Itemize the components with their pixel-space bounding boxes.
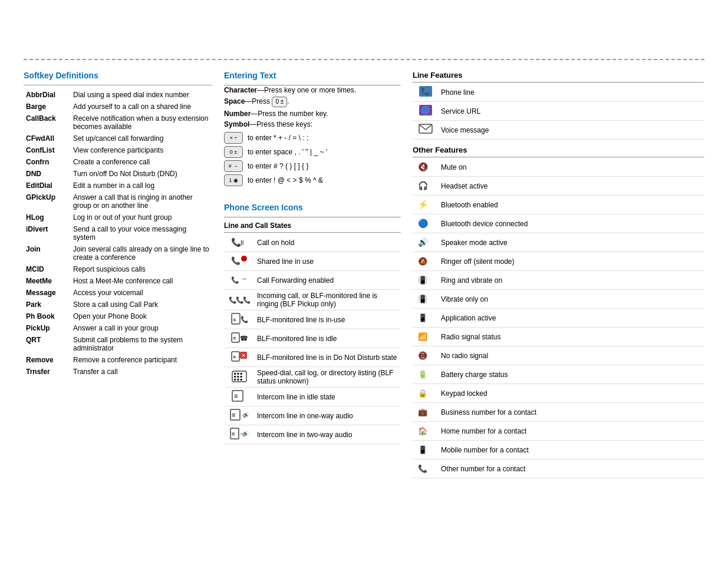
- softkey-desc: Edit a number in a call log: [71, 180, 212, 191]
- other-feature-desc: Keypad locked: [439, 384, 704, 403]
- svg-text:📶: 📶: [418, 332, 428, 342]
- softkey-key: AbbrDial: [24, 89, 71, 101]
- line-call-state-icon: 📞II: [224, 233, 255, 252]
- other-feature-icon: 📳: [413, 271, 439, 290]
- svg-text:📞: 📞: [241, 315, 248, 323]
- symbol-row: 0 ±to enter space , . ' " | _ ~ ': [224, 146, 401, 158]
- svg-text:🔊: 🔊: [243, 411, 249, 418]
- svg-text:📞: 📞: [231, 276, 239, 284]
- line-feature-icon: [413, 121, 439, 140]
- softkey-row: ConfListView conference participants: [24, 144, 212, 156]
- other-feature-icon: 🎧: [413, 177, 439, 196]
- svg-text:II: II: [241, 240, 244, 246]
- softkey-row: iDivertSend a call to your voice messagi…: [24, 223, 212, 243]
- symbol-key-badge: 0 ±: [224, 146, 243, 158]
- line-call-state-row: 📞Shared line in use: [224, 252, 401, 271]
- other-feature-icon: 💼: [413, 403, 439, 422]
- softkey-row: BargeAdd yourself to a call on a shared …: [24, 101, 212, 113]
- svg-text:≡: ≡: [234, 392, 238, 399]
- line-feature-desc: Service URL: [439, 102, 704, 121]
- svg-text:📱: 📱: [418, 313, 428, 323]
- softkey-desc: Answer a call in your group: [71, 322, 212, 334]
- softkey-divider: [24, 85, 212, 85]
- line-call-state-row: ≡Intercom line in idle state: [224, 388, 401, 406]
- softkey-key: Remove: [24, 354, 71, 366]
- softkey-desc: Join several calls already on a single l…: [71, 243, 212, 263]
- line-features-table: 📞Phone line🌐Service URLVoice message: [413, 83, 704, 140]
- other-feature-row: 📱Mobile number for a contact: [413, 441, 704, 459]
- symbol-label: Symbol: [224, 120, 249, 128]
- softkey-row: PickUpAnswer a call in your group: [24, 322, 212, 334]
- space-entry: Space—Press 0 ±.: [224, 97, 401, 107]
- other-feature-icon: 📳: [413, 290, 439, 309]
- softkey-row: CFwdAllSet up/cancel call forwarding: [24, 133, 212, 144]
- symbol-row: 1 ◉to enter ! @ < > $ % ^ &: [224, 174, 401, 186]
- line-call-state-icon: 📞📞📞: [224, 290, 255, 310]
- softkey-desc: Dial using a speed dial index number: [71, 89, 212, 101]
- symbol-chars: to enter space , . ' " | _ ~ ': [248, 148, 327, 156]
- other-feature-icon: 🔇: [413, 158, 439, 177]
- symbol-desc: Press these keys:: [256, 120, 312, 128]
- softkey-key: Message: [24, 287, 71, 299]
- number-entry: Number—Press the number key.: [224, 110, 401, 118]
- line-feature-icon: 📞: [413, 83, 439, 102]
- other-feature-row: 🔇Mute on: [413, 158, 704, 177]
- space-label: Space: [224, 97, 245, 105]
- other-feature-desc: Speaker mode active: [439, 233, 704, 252]
- line-call-state-icon: ≡: [224, 388, 255, 406]
- phone-icons-title: Phone Screen Icons: [224, 203, 401, 212]
- other-feature-row: 📶Radio signal status: [413, 328, 704, 346]
- svg-text:🔇: 🔇: [418, 162, 429, 172]
- softkey-key: GPickUp: [24, 191, 71, 211]
- svg-text:📱: 📱: [418, 445, 428, 455]
- svg-text:☎: ☎: [240, 335, 248, 342]
- softkey-row: MessageAccess your voicemail: [24, 287, 212, 299]
- softkey-desc: Create a conference call: [71, 156, 212, 168]
- other-feature-desc: No radio signal: [439, 346, 704, 365]
- other-feature-icon: 🔕: [413, 252, 439, 271]
- other-feature-desc: Headset active: [439, 177, 704, 196]
- line-call-state-icon: 📞→: [224, 271, 255, 290]
- softkey-desc: Access your voicemail: [71, 287, 212, 299]
- other-feature-desc: Application active: [439, 309, 704, 328]
- svg-text:⚡: ⚡: [418, 200, 429, 210]
- softkey-desc: Receive notification when a busy extensi…: [71, 113, 212, 133]
- softkey-key: Confrn: [24, 156, 71, 168]
- other-feature-icon: 🔋: [413, 365, 439, 384]
- line-call-state-icon: ≡📞: [224, 310, 255, 329]
- softkey-row: JoinJoin several calls already on a sing…: [24, 243, 212, 263]
- softkey-key: Trnsfer: [24, 366, 71, 378]
- svg-text:✕: ✕: [241, 352, 246, 359]
- symbol-entry: Symbol—Press these keys:: [224, 120, 401, 128]
- line-call-state-desc: BLF-monitored line is in Do Not Disturb …: [255, 348, 401, 367]
- space-desc: Press: [252, 97, 270, 105]
- symbol-key-badge: 1 ◉: [224, 174, 243, 186]
- softkey-desc: Report suspicious calls: [71, 263, 212, 275]
- softkey-key: Park: [24, 299, 71, 310]
- phone-icons-divider: [224, 217, 401, 218]
- other-feature-row: 🔵Bluetooth device connected: [413, 214, 704, 233]
- other-features-table: 🔇Mute on🎧Headset active⚡Bluetooth enable…: [413, 158, 704, 478]
- other-feature-row: 📱Application active: [413, 309, 704, 328]
- other-feature-desc: Radio signal status: [439, 328, 704, 346]
- softkey-row: HLogLog in or out of your hunt group: [24, 211, 212, 223]
- other-feature-icon: 🔒: [413, 384, 439, 403]
- svg-text:💼: 💼: [418, 407, 428, 417]
- svg-text:📞: 📞: [231, 256, 241, 266]
- other-feature-row: ⚡Bluetooth enabled: [413, 196, 704, 214]
- other-feature-desc: Ring and vibrate on: [439, 271, 704, 290]
- softkey-row: DNDTurn on/off Do Not Disturb (DND): [24, 168, 212, 180]
- line-feature-row: Voice message: [413, 121, 704, 140]
- line-call-state-row: ≡✕BLF-monitored line is in Do Not Distur…: [224, 348, 401, 367]
- softkey-desc: Remove a conference participant: [71, 354, 212, 366]
- softkey-desc: Turn on/off Do Not Disturb (DND): [71, 168, 212, 180]
- line-call-state-row: ≡📞BLF-monitored line is in-use: [224, 310, 401, 329]
- line-call-state-row: 📞→Call Forwarding enabled: [224, 271, 401, 290]
- softkey-desc: Submit call problems to the system admin…: [71, 334, 212, 354]
- softkey-row: AbbrDialDial using a speed dial index nu…: [24, 89, 212, 101]
- softkey-row: RemoveRemove a conference participant: [24, 354, 212, 366]
- other-feature-row: 🔕Ringer off (silent mode): [413, 252, 704, 271]
- symbol-chars: to enter * + - / = \ : ;: [248, 134, 308, 142]
- svg-text:🔵: 🔵: [418, 219, 429, 229]
- character-desc: Press key one or more times.: [264, 86, 356, 94]
